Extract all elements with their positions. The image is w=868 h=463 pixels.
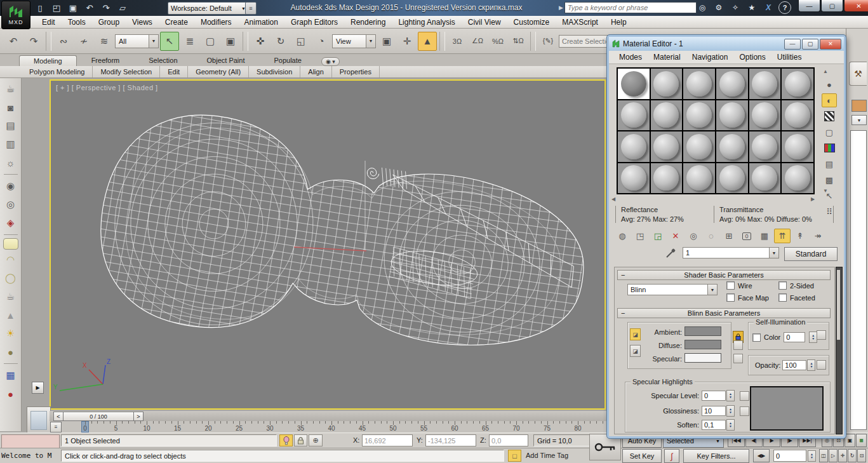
ribbon-tab-populate[interactable]: Populate bbox=[259, 55, 316, 66]
material-sample-slot-23[interactable] bbox=[749, 163, 781, 194]
new-file-icon[interactable]: ▯ bbox=[33, 1, 47, 14]
material-sample-slot-3[interactable] bbox=[683, 69, 715, 99]
material-sample-slot-18[interactable] bbox=[782, 131, 813, 162]
perspective-viewport[interactable]: [ + ] [ Perspective ] [ Shaded ] ZXY bbox=[50, 79, 606, 410]
diffuse-specular-lock-button[interactable]: ◪ bbox=[630, 345, 641, 357]
zoom-extents-all-icon[interactable]: ◼ bbox=[856, 434, 867, 447]
material-sample-slot-9[interactable] bbox=[683, 100, 715, 131]
track-bar-ruler[interactable]: 05101520253035404550556065707580 bbox=[62, 421, 607, 433]
previous-frame-arrow[interactable]: < bbox=[53, 412, 63, 421]
save-file-icon[interactable]: ▣ bbox=[66, 1, 80, 14]
selection-lock-icon[interactable] bbox=[294, 434, 307, 446]
menu-lighting-analysis[interactable]: Lighting Analysis bbox=[392, 16, 461, 29]
glossiness-value[interactable]: 10 bbox=[702, 406, 726, 416]
put-to-library-icon[interactable]: ⊞ bbox=[721, 229, 737, 243]
material-sample-slot-22[interactable] bbox=[716, 163, 748, 194]
rectangular-selection-region-icon[interactable]: ▢ bbox=[201, 32, 220, 51]
solar-panel-icon[interactable]: ▦ bbox=[3, 367, 19, 384]
select-and-scale-icon[interactable]: ◱ bbox=[291, 32, 310, 51]
material-editor-titlebar[interactable]: Material Editor - 1 —▢✕ bbox=[609, 37, 844, 51]
isolate-selection-toggle-icon[interactable] bbox=[279, 434, 293, 446]
color-checkbox[interactable] bbox=[752, 333, 761, 342]
maximize-viewport-toggle-icon[interactable]: ⊡ bbox=[857, 449, 866, 462]
add-time-tag-label[interactable]: Add Time Tag bbox=[526, 452, 568, 459]
eyedropper-icon[interactable] bbox=[665, 248, 676, 259]
redo-icon[interactable]: ↷ bbox=[24, 32, 43, 51]
menu-graph-editors[interactable]: Graph Editors bbox=[284, 16, 344, 29]
y-coordinate-field[interactable] bbox=[425, 434, 476, 446]
redo-icon[interactable]: ↷ bbox=[99, 1, 113, 14]
ribbon-tab-selection[interactable]: Selection bbox=[134, 55, 192, 66]
put-material-to-scene-icon[interactable]: ◳ bbox=[632, 229, 648, 243]
me-minimize-button[interactable]: — bbox=[784, 39, 801, 50]
scrollbar-thumb[interactable] bbox=[837, 270, 840, 340]
frame-spinner[interactable]: ▲▼ bbox=[808, 450, 816, 462]
current-frame-field[interactable] bbox=[773, 450, 806, 462]
material-sample-slot-17[interactable] bbox=[749, 131, 781, 162]
me-menu-options[interactable]: Options bbox=[734, 53, 770, 62]
me-maximize-button[interactable]: ▢ bbox=[802, 39, 818, 50]
go-forward-to-sibling-icon[interactable]: ↠ bbox=[810, 229, 826, 243]
specular-level-spinner[interactable]: ▲▼ bbox=[726, 390, 735, 401]
diffuse-map-button[interactable] bbox=[733, 340, 743, 350]
panel-listbox[interactable] bbox=[850, 130, 867, 430]
material-sample-slot-2[interactable] bbox=[651, 69, 683, 99]
open-file-icon[interactable]: ◰ bbox=[50, 1, 63, 14]
window-crossing-icon[interactable]: ▣ bbox=[221, 32, 240, 51]
time-slider-button[interactable]: 0 / 100 bbox=[63, 412, 134, 421]
checkbox-row-wire[interactable]: Wire bbox=[726, 281, 778, 290]
opacity-map-button[interactable] bbox=[817, 360, 826, 370]
render-presets-icon[interactable]: ▥ bbox=[3, 136, 19, 152]
wire-teapot-icon[interactable]: ☕ bbox=[3, 288, 19, 305]
material-sample-slot-10[interactable] bbox=[716, 100, 748, 131]
background-icon[interactable] bbox=[822, 109, 837, 123]
search-icon[interactable]: ◎ bbox=[696, 2, 709, 14]
camera-icon[interactable]: ◉ bbox=[3, 178, 19, 194]
me-menu-modes[interactable]: Modes bbox=[614, 53, 647, 62]
sun-positioner-icon[interactable]: ☀ bbox=[3, 325, 19, 342]
material-sample-slot-12[interactable] bbox=[782, 100, 813, 131]
blinn-basic-parameters-rollout[interactable]: − Blinn Basic Parameters bbox=[617, 308, 831, 318]
me-menu-navigation[interactable]: Navigation bbox=[687, 53, 733, 62]
select-by-name-icon[interactable]: ≣ bbox=[180, 32, 199, 51]
ribbon-panel-align[interactable]: Align bbox=[300, 66, 331, 77]
workspace-split-button[interactable]: ≡ bbox=[245, 2, 257, 15]
menu-modifiers[interactable]: Modifiers bbox=[194, 16, 238, 29]
material-sample-slot-13[interactable] bbox=[618, 131, 650, 162]
menu-civil-view[interactable]: Civil View bbox=[462, 16, 507, 29]
material-type-button[interactable]: Standard bbox=[784, 247, 838, 261]
play-selected-icon[interactable]: ▷ bbox=[829, 449, 838, 462]
soften-spinner[interactable]: ▲▼ bbox=[726, 419, 735, 431]
material-id-channel-icon[interactable]: 0 bbox=[738, 229, 755, 243]
ribbon-panel-modify-selection[interactable]: Modify Selection bbox=[93, 66, 160, 77]
next-frame-arrow[interactable]: > bbox=[133, 412, 144, 421]
slots-scroll-left-icon[interactable]: ◀ bbox=[611, 196, 615, 202]
specular-color-swatch[interactable] bbox=[684, 353, 721, 363]
track-bar[interactable]: ≡ 05101520253035404550556065707580 bbox=[50, 421, 607, 433]
glossiness-map-button[interactable] bbox=[740, 406, 749, 416]
panel-dropdown[interactable]: ▼ bbox=[851, 115, 867, 125]
menu-customize[interactable]: Customize bbox=[507, 16, 556, 29]
disc-light-icon[interactable]: ◯ bbox=[3, 270, 19, 286]
set-key-button[interactable]: Set Key bbox=[622, 449, 662, 463]
menu-tools[interactable]: Tools bbox=[62, 16, 92, 29]
menu-animation[interactable]: Animation bbox=[238, 16, 284, 29]
stereo-camera-icon[interactable]: ◈ bbox=[3, 215, 19, 231]
toolbar-flyout-button[interactable]: ▶ bbox=[32, 382, 44, 394]
material-sample-slot-5[interactable] bbox=[749, 69, 781, 99]
ribbon-panel-subdivision[interactable]: Subdivision bbox=[249, 66, 300, 77]
orbit-icon[interactable]: ↻ bbox=[848, 449, 857, 462]
show-end-result-icon[interactable]: ⇈ bbox=[774, 229, 791, 243]
search-history-icon[interactable]: ▶ bbox=[559, 4, 563, 11]
key-filters-button[interactable]: Key Filters... bbox=[683, 449, 749, 463]
faceted-checkbox[interactable] bbox=[778, 293, 787, 302]
use-pivot-center-icon[interactable]: ▣ bbox=[377, 32, 396, 51]
material-sample-slot-8[interactable] bbox=[651, 100, 683, 131]
infocenter-key-icon[interactable]: ⚙ bbox=[712, 2, 725, 14]
show-map-in-viewport-icon[interactable]: ▦ bbox=[756, 229, 773, 243]
shader-type-dropdown[interactable]: Blinn ▼ bbox=[627, 284, 718, 295]
menu-maxscript[interactable]: MAXScript bbox=[556, 16, 604, 29]
menu-edit[interactable]: Edit bbox=[36, 16, 62, 29]
ribbon-panel-edit[interactable]: Edit bbox=[160, 66, 188, 77]
mini-curve-editor-button[interactable]: ≡ bbox=[50, 422, 62, 433]
